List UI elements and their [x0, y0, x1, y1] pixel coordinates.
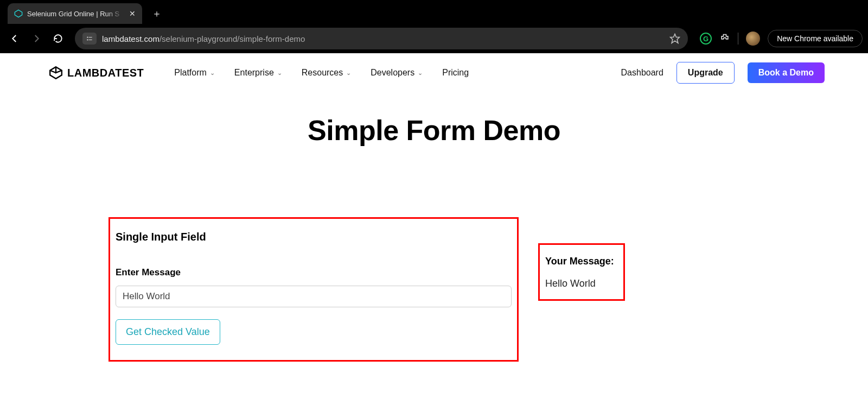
- toolbar-right: G New Chrome available: [695, 30, 863, 47]
- chevron-down-icon: ⌄: [346, 70, 351, 77]
- url-text: lambdatest.com/selenium-playground/simpl…: [102, 34, 305, 43]
- result-box: Your Message: Hello World: [538, 243, 625, 301]
- page-title: Simple Form Demo: [308, 114, 560, 147]
- forward-button[interactable]: [27, 29, 46, 48]
- main-nav: Platform⌄ Enterprise⌄ Resources⌄ Develop…: [174, 68, 469, 78]
- bookmark-icon[interactable]: [669, 33, 680, 44]
- site-info-icon[interactable]: [82, 33, 97, 45]
- result-value: Hello World: [545, 278, 618, 289]
- page-content: Simple Form Demo Single Input Field Ente…: [0, 92, 868, 362]
- svg-point-3: [87, 39, 88, 40]
- site-header: LAMBDATEST Platform⌄ Enterprise⌄ Resourc…: [0, 53, 868, 92]
- header-right: Dashboard Upgrade Book a Demo: [621, 62, 825, 84]
- brand-text: LAMBDATEST: [67, 67, 144, 79]
- content-row: Single Input Field Enter Message Get Che…: [0, 217, 868, 362]
- svg-rect-4: [89, 40, 92, 40]
- address-bar-wrap: lambdatest.com/selenium-playground/simpl…: [75, 28, 688, 49]
- nav-developers[interactable]: Developers⌄: [371, 68, 423, 78]
- favicon-icon: [14, 9, 23, 18]
- single-input-form: Single Input Field Enter Message Get Che…: [108, 217, 519, 362]
- extensions-icon[interactable]: [719, 33, 730, 44]
- message-label: Enter Message: [116, 267, 512, 278]
- address-bar[interactable]: lambdatest.com/selenium-playground/simpl…: [75, 28, 688, 49]
- url-path: /selenium-playground/simple-form-demo: [159, 34, 305, 43]
- address-bar-right: [669, 33, 680, 44]
- tab-close-icon[interactable]: ✕: [129, 9, 136, 18]
- book-demo-button[interactable]: Book a Demo: [748, 62, 825, 83]
- toolbar-divider: [738, 33, 738, 45]
- section-title: Single Input Field: [116, 231, 512, 243]
- profile-avatar[interactable]: [746, 31, 760, 46]
- tab-title: Selenium Grid Online | Run S: [27, 10, 125, 18]
- chrome-update-pill[interactable]: New Chrome available: [768, 30, 863, 47]
- upgrade-button[interactable]: Upgrade: [676, 62, 735, 84]
- nav-platform[interactable]: Platform⌄: [174, 68, 215, 78]
- result-label: Your Message:: [545, 256, 618, 267]
- chevron-down-icon: ⌄: [277, 70, 282, 77]
- grammarly-icon[interactable]: G: [700, 33, 712, 45]
- chevron-down-icon: ⌄: [418, 70, 423, 77]
- svg-point-1: [87, 37, 88, 38]
- svg-marker-0: [15, 10, 22, 17]
- nav-resources[interactable]: Resources⌄: [302, 68, 351, 78]
- logo-icon: [49, 66, 63, 80]
- nav-pricing[interactable]: Pricing: [442, 68, 469, 78]
- svg-marker-5: [671, 34, 680, 43]
- back-button[interactable]: [5, 29, 24, 48]
- url-domain: lambdatest.com: [102, 34, 159, 43]
- brand-logo[interactable]: LAMBDATEST: [49, 66, 144, 80]
- nav-enterprise[interactable]: Enterprise⌄: [234, 68, 282, 78]
- tab-strip: Selenium Grid Online | Run S ✕ ＋: [0, 0, 868, 24]
- reload-button[interactable]: [49, 29, 67, 48]
- dashboard-link[interactable]: Dashboard: [621, 68, 663, 78]
- new-tab-button[interactable]: ＋: [149, 5, 165, 22]
- browser-chrome: Selenium Grid Online | Run S ✕ ＋ lambdat…: [0, 0, 868, 53]
- chevron-down-icon: ⌄: [210, 70, 215, 77]
- get-checked-value-button[interactable]: Get Checked Value: [116, 319, 220, 345]
- svg-rect-2: [89, 37, 92, 37]
- browser-toolbar: lambdatest.com/selenium-playground/simpl…: [0, 24, 868, 53]
- message-input[interactable]: [116, 286, 512, 307]
- browser-tab[interactable]: Selenium Grid Online | Run S ✕: [8, 3, 142, 24]
